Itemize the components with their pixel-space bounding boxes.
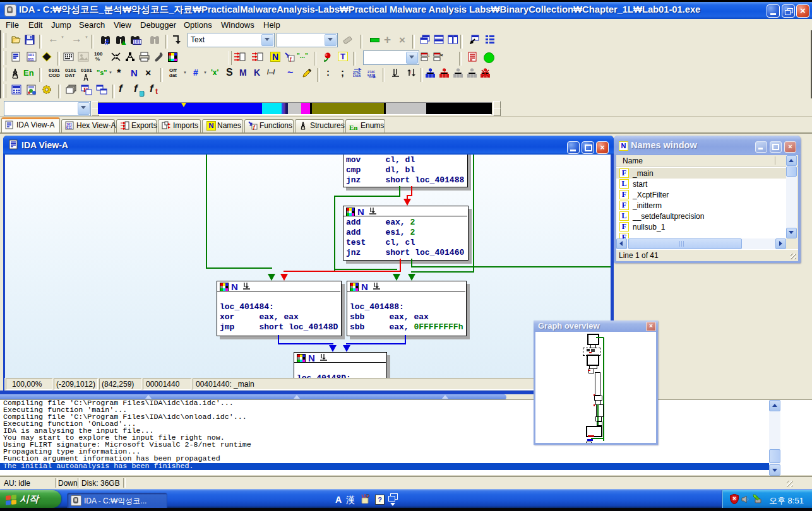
svg-text:011: 011	[66, 126, 72, 129]
svg-text:011: 011	[28, 57, 34, 61]
svg-text:f: f	[410, 70, 412, 75]
svg-text:EA1N: EA1N	[353, 74, 361, 78]
svg-text:×: ×	[440, 52, 443, 58]
svg-text:↓: ↓	[427, 52, 430, 58]
svg-text:101: 101	[28, 53, 35, 57]
